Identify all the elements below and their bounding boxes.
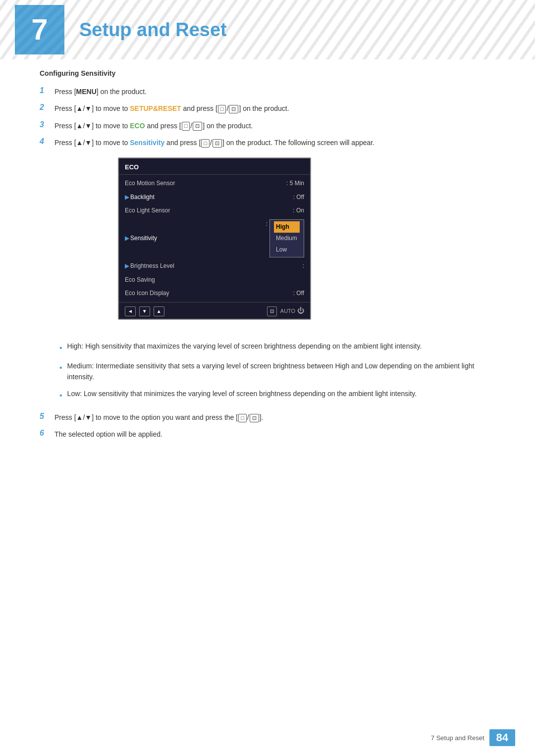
bullet-text-medium: Medium: Intermediate sensitivity that se… bbox=[67, 360, 495, 383]
submenu-item-medium: Medium bbox=[274, 233, 300, 244]
menu-row-left-eco-saving: Eco Saving bbox=[125, 275, 155, 285]
medium-high-ref: High bbox=[335, 362, 349, 370]
step-2: 2 Press [▲/▼] to move to SETUP&RESET and… bbox=[40, 103, 495, 114]
menu-row-left-brightness: ▶ Brightness Level bbox=[125, 261, 174, 271]
brightness-value: : bbox=[303, 261, 304, 271]
step-1-keyword: MENU bbox=[76, 88, 97, 96]
step-2-setup-reset: SETUP&RESET bbox=[130, 104, 181, 112]
bullet-dot-medium: • bbox=[59, 361, 62, 374]
bullet-item-low: • Low: Low sensitivity that minimizes th… bbox=[59, 388, 495, 402]
step-5-number: 5 bbox=[40, 412, 54, 421]
power-icon: ⏻ bbox=[297, 306, 304, 314]
step-2-text: Press [▲/▼] to move to SETUP&RESET and p… bbox=[54, 103, 289, 114]
nav-btn-left: ◄ bbox=[125, 306, 136, 316]
menu-row-left-eco-light: Eco Light Sensor bbox=[125, 206, 170, 215]
menu-rows: Eco Motion Sensor : 5 Min ▶ Backlight : … bbox=[119, 175, 310, 302]
step-4-text: Press [▲/▼] to move to Sensitivity and p… bbox=[54, 137, 374, 331]
bullet-item-medium: • Medium: Intermediate sensitivity that … bbox=[59, 360, 495, 383]
eco-icon-value: : Off bbox=[293, 289, 304, 298]
btn-icon-enter: ⊡ bbox=[229, 105, 238, 113]
step-2-number: 2 bbox=[40, 103, 54, 112]
btn-icon-enter2: ⊡ bbox=[193, 122, 202, 130]
bullet-text-low: Low: Low sensitivity that minimizes the … bbox=[67, 388, 417, 399]
section-heading: Configuring Sensitivity bbox=[40, 69, 495, 77]
menu-row-eco-saving: Eco Saving bbox=[119, 273, 310, 287]
footer-chapter-label: 7 Setup and Reset bbox=[431, 734, 484, 742]
bullet-dot-high: • bbox=[59, 342, 62, 354]
step-5: 5 Press [▲/▼] to move to the option you … bbox=[40, 412, 495, 423]
step-1-number: 1 bbox=[40, 86, 54, 95]
steps-list-2: 5 Press [▲/▼] to move to the option you … bbox=[40, 412, 495, 440]
chapter-number-block: 7 bbox=[15, 5, 64, 54]
step-3: 3 Press [▲/▼] to move to ECO and press [… bbox=[40, 120, 495, 131]
brightness-label: Brightness Level bbox=[130, 261, 174, 271]
btn-icon-enter3: ⊡ bbox=[213, 139, 222, 148]
step-3-text: Press [▲/▼] to move to ECO and press [□/… bbox=[54, 120, 253, 131]
sensitivity-arrow: ▶ bbox=[125, 234, 129, 243]
eco-motion-value: : 5 Min bbox=[286, 179, 304, 188]
eco-light-value: : On bbox=[293, 206, 304, 215]
low-label: Low bbox=[67, 390, 80, 398]
submenu-popup: High Medium Low bbox=[269, 219, 304, 258]
btn-icon-square3: □ bbox=[201, 139, 210, 148]
bullet-dot-low: • bbox=[59, 389, 62, 402]
menu-row-eco-motion: Eco Motion Sensor : 5 Min bbox=[119, 177, 310, 190]
step-3-number: 3 bbox=[40, 120, 54, 129]
step-6: 6 The selected option will be applied. bbox=[40, 429, 495, 440]
menu-screenshot: ECO Eco Motion Sensor : 5 Min ▶ Backligh… bbox=[118, 157, 311, 320]
nav-btn-enter: ⊡ bbox=[267, 306, 277, 316]
eco-light-label: Eco Light Sensor bbox=[125, 206, 170, 215]
menu-row-sensitivity: ▶ Sensitivity : High Medium Low bbox=[119, 217, 310, 260]
chapter-number: 7 bbox=[31, 15, 48, 45]
menu-row-eco-light: Eco Light Sensor : On bbox=[119, 204, 310, 217]
content-area: Configuring Sensitivity 1 Press [MENU] o… bbox=[0, 59, 535, 490]
step-4-number: 4 bbox=[40, 137, 54, 146]
eco-saving-label: Eco Saving bbox=[125, 275, 155, 285]
menu-nav-buttons: ◄ ▼ ▲ bbox=[125, 305, 166, 316]
bullet-text-high: High: High sensitivity that maximizes th… bbox=[67, 341, 422, 352]
backlight-label: Backlight bbox=[130, 193, 155, 202]
btn-icon-square: □ bbox=[218, 105, 226, 113]
high-label: High bbox=[67, 342, 82, 350]
auto-label: AUTO bbox=[280, 308, 295, 314]
step-4: 4 Press [▲/▼] to move to Sensitivity and… bbox=[40, 137, 495, 331]
step-5-text: Press [▲/▼] to move to the option you wa… bbox=[54, 412, 263, 423]
step-6-text: The selected option will be applied. bbox=[54, 429, 162, 440]
sensitivity-colon: : bbox=[266, 219, 268, 229]
submenu-item-low: Low bbox=[274, 244, 300, 255]
backlight-value: : Off bbox=[293, 193, 304, 202]
sensitivity-label: Sensitivity bbox=[130, 234, 157, 243]
page-title: Setup and Reset bbox=[79, 19, 227, 41]
btn-icon-square2: □ bbox=[182, 122, 190, 130]
page-footer: 7 Setup and Reset 84 bbox=[431, 729, 515, 746]
step-1-text: Press [MENU] on the product. bbox=[54, 86, 147, 97]
menu-row-left-eco-motion: Eco Motion Sensor bbox=[125, 179, 175, 188]
menu-bottom-right: ⊡ AUTO ⏻ bbox=[267, 305, 304, 316]
eco-motion-label: Eco Motion Sensor bbox=[125, 179, 175, 188]
eco-icon-label: Eco Icon Display bbox=[125, 289, 169, 298]
backlight-arrow: ▶ bbox=[125, 193, 129, 202]
menu-row-left-backlight: ▶ Backlight bbox=[125, 193, 155, 202]
menu-row-left-sensitivity: ▶ Sensitivity bbox=[125, 234, 157, 243]
menu-bottom-bar: ◄ ▼ ▲ ⊡ AUTO ⏻ bbox=[119, 302, 310, 319]
sensitivity-value-area: : High Medium Low bbox=[266, 219, 304, 258]
btn-icon-square4: □ bbox=[238, 414, 247, 422]
medium-low-ref: Low bbox=[365, 362, 377, 370]
menu-row-eco-icon: Eco Icon Display : Off bbox=[119, 287, 310, 300]
brightness-arrow: ▶ bbox=[125, 261, 129, 271]
submenu-item-high: High bbox=[274, 221, 300, 233]
step-1: 1 Press [MENU] on the product. bbox=[40, 86, 495, 97]
menu-row-left-eco-icon: Eco Icon Display bbox=[125, 289, 169, 298]
step-6-number: 6 bbox=[40, 429, 54, 438]
bullet-list: • High: High sensitivity that maximizes … bbox=[59, 341, 495, 402]
medium-label: Medium bbox=[67, 362, 92, 370]
steps-list: 1 Press [MENU] on the product. 2 Press [… bbox=[40, 86, 495, 331]
bullet-item-high: • High: High sensitivity that maximizes … bbox=[59, 341, 495, 354]
nav-btn-down: ▼ bbox=[139, 306, 150, 316]
menu-row-backlight: ▶ Backlight : Off bbox=[119, 191, 310, 204]
btn-icon-enter4: ⊡ bbox=[250, 414, 259, 422]
step-3-eco: ECO bbox=[130, 122, 145, 130]
menu-row-brightness: ▶ Brightness Level : bbox=[119, 259, 310, 273]
page-header: 7 Setup and Reset bbox=[0, 0, 535, 59]
footer-page-number: 84 bbox=[489, 729, 515, 746]
